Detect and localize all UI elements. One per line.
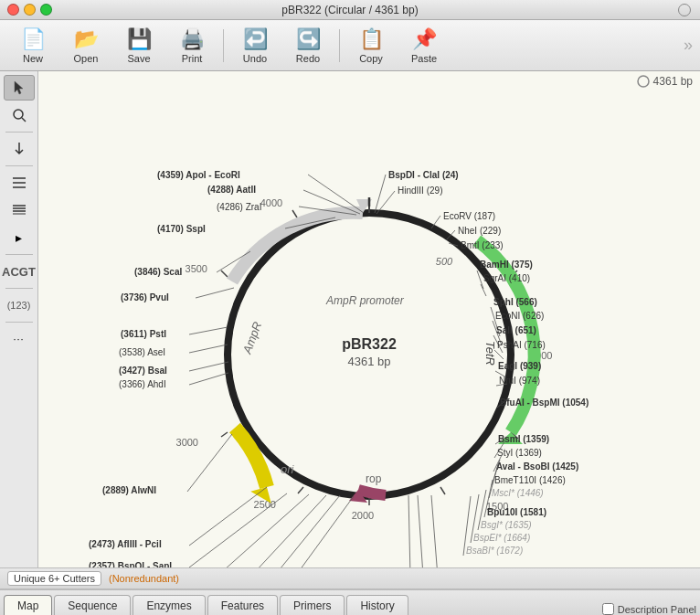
svg-text:(4286) ZraI: (4286) ZraI <box>217 202 261 212</box>
bp-badge: 4361 bp <box>637 75 693 88</box>
svg-text:BfuAI - BspMI (1054): BfuAI - BspMI (1054) <box>500 398 589 408</box>
undo-label: Undo <box>243 53 267 64</box>
zoom-tool[interactable] <box>4 102 35 128</box>
svg-line-14 <box>440 487 445 494</box>
undo-button[interactable]: ↩️ Undo <box>229 24 281 68</box>
svg-line-90 <box>308 175 364 213</box>
open-icon: 📂 <box>74 27 99 51</box>
svg-text:AmpR: AmpR <box>239 320 264 356</box>
open-group: 📂 Open <box>60 24 111 68</box>
sidebar-separator-1 <box>5 132 33 133</box>
svg-text:Bpu10I (1581): Bpu10I (1581) <box>487 507 546 517</box>
maximize-button[interactable] <box>40 4 52 16</box>
titlebar: pBR322 (Circular / 4361 bp) <box>0 0 700 20</box>
svg-text:BspDI - ClaI (24): BspDI - ClaI (24) <box>388 170 459 180</box>
open-button[interactable]: 📂 Open <box>60 24 111 68</box>
svg-text:EcoRV (187): EcoRV (187) <box>443 211 495 221</box>
svg-text:(3736) PvuI: (3736) PvuI <box>121 292 169 302</box>
svg-text:MscI* (1446): MscI* (1446) <box>492 488 544 498</box>
plasmid-size: 4361 bp <box>348 355 391 368</box>
description-panel-checkbox[interactable] <box>602 603 614 615</box>
svg-line-102 <box>189 327 228 334</box>
toolbar: 📄 New 📂 Open 💾 Save 🖨️ Print ↩️ Undo ↪️ … <box>0 20 700 71</box>
svg-text:3000: 3000 <box>176 437 198 448</box>
tab-sequence[interactable]: Sequence <box>54 595 131 615</box>
svg-text:3500: 3500 <box>186 263 207 274</box>
print-icon: 🖨️ <box>180 27 205 51</box>
svg-text:ori: ori <box>281 462 295 476</box>
sidebar: ▸ ACGT (123) ··· <box>0 71 38 567</box>
svg-text:SgrAI (410): SgrAI (410) <box>483 273 530 283</box>
svg-text:BmtI (233): BmtI (233) <box>461 240 504 250</box>
svg-text:(2473) AfIIII - PciI: (2473) AfIIII - PciI <box>89 539 162 549</box>
save-button[interactable]: 💾 Save <box>113 24 164 68</box>
nonredundant-label: (Nonredundant) <box>109 573 179 584</box>
arrow-tool[interactable] <box>4 136 35 162</box>
copy-button[interactable]: 📋 Copy <box>345 24 397 68</box>
save-label: Save <box>127 53 150 64</box>
tab-features[interactable]: Features <box>207 595 278 615</box>
plasmid-map: 500 1000 1500 2000 2500 3000 3500 4000 A… <box>38 71 700 567</box>
svg-line-118 <box>230 495 326 567</box>
svg-text:(3611) PstI: (3611) PstI <box>121 329 166 339</box>
print-button[interactable]: 🖨️ Print <box>166 24 217 68</box>
svg-line-88 <box>408 495 411 567</box>
svg-line-16 <box>298 487 303 493</box>
tab-map[interactable]: Map <box>4 595 52 615</box>
print-label: Print <box>182 53 203 64</box>
redo-button[interactable]: ↪️ Redo <box>282 24 334 68</box>
tab-enzymes[interactable]: Enzymes <box>133 595 205 615</box>
svg-line-38 <box>375 175 386 213</box>
bp-count: 4361 bp <box>653 75 693 88</box>
select-tool[interactable] <box>4 75 35 101</box>
tab-primers[interactable]: Primers <box>280 595 345 615</box>
svg-line-108 <box>189 373 228 385</box>
redo-label: Redo <box>296 53 320 64</box>
svg-text:AvaI - BsoBI (1425): AvaI - BsoBI (1425) <box>496 461 578 472</box>
sidebar-separator-4 <box>5 288 33 289</box>
tab-bar: Map Sequence Enzymes Features Primers Hi… <box>0 589 700 615</box>
svg-text:(4288) AatII: (4288) AatII <box>207 185 256 195</box>
svg-line-104 <box>189 345 228 353</box>
description-panel-toggle[interactable]: Description Panel <box>602 603 696 615</box>
svg-text:BspEI* (1664): BspEI* (1664) <box>473 533 530 543</box>
svg-line-100 <box>196 288 234 298</box>
paste-button[interactable]: 📌 Paste <box>398 24 450 68</box>
svg-text:EcoNI (626): EcoNI (626) <box>495 311 544 321</box>
expand-tool[interactable]: ▸ <box>4 225 35 250</box>
undo-icon: ↩️ <box>243 27 268 51</box>
svg-text:BsgI* (1635): BsgI* (1635) <box>481 520 532 530</box>
sidebar-separator-5 <box>5 322 33 323</box>
svg-line-84 <box>431 495 439 567</box>
lines-tool[interactable] <box>4 170 35 196</box>
zoom-control <box>678 3 693 16</box>
minimize-button[interactable] <box>24 4 36 16</box>
svg-text:SphI (566): SphI (566) <box>493 297 537 307</box>
svg-text:(3538) AseI: (3538) AseI <box>119 347 165 357</box>
multilines-tool[interactable] <box>4 197 35 223</box>
tab-history[interactable]: History <box>346 595 408 615</box>
new-button[interactable]: 📄 New <box>7 24 58 68</box>
svg-text:TetR: TetR <box>483 341 497 366</box>
more-tool[interactable]: ··· <box>4 326 35 352</box>
svg-text:(3846) ScaI: (3846) ScaI <box>134 267 182 277</box>
separator-1 <box>223 29 224 62</box>
text-tool[interactable]: ACGT <box>4 259 35 284</box>
new-label: New <box>23 53 43 64</box>
copy-group: 📋 Copy <box>345 24 397 68</box>
svg-text:rop: rop <box>366 472 382 485</box>
tab-right-controls: Description Panel <box>602 603 696 615</box>
svg-text:(4359) ApoI - EcoRI: (4359) ApoI - EcoRI <box>157 170 240 180</box>
description-panel-label: Description Panel <box>618 604 696 615</box>
svg-text:NheI (229): NheI (229) <box>458 226 501 236</box>
svg-text:HindIII (29): HindIII (29) <box>398 186 442 196</box>
close-button[interactable] <box>7 4 19 16</box>
redo-icon: ↪️ <box>296 27 321 51</box>
svg-text:AmpR promoter: AmpR promoter <box>325 294 405 307</box>
overflow-icon: » <box>684 36 693 55</box>
open-label: Open <box>74 53 99 64</box>
numbering-tool[interactable]: (123) <box>4 292 35 318</box>
svg-line-112 <box>189 487 267 546</box>
sidebar-separator-3 <box>5 254 33 255</box>
separator-2 <box>339 29 340 62</box>
